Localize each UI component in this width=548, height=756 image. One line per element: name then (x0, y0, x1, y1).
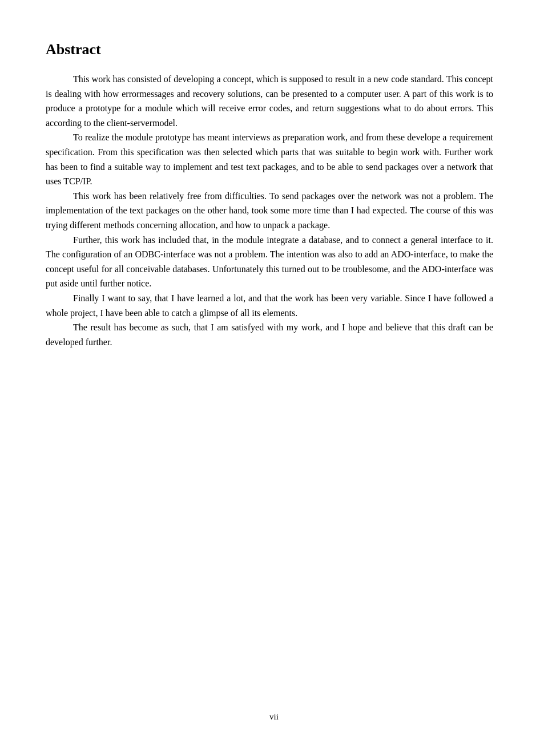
paragraph-6: The result has become as such, that I am… (46, 320, 493, 349)
abstract-body: This work has consisted of developing a … (46, 72, 493, 349)
paragraph-3: This work has been relatively free from … (46, 189, 493, 233)
paragraph-1: This work has consisted of developing a … (46, 72, 493, 130)
paragraph-4: Further, this work has included that, in… (46, 233, 493, 291)
paragraph-5: Finally I want to say, that I have learn… (46, 291, 493, 320)
page-footer: vii (0, 712, 548, 722)
page: Abstract This work has consisted of deve… (0, 0, 548, 756)
abstract-heading: Abstract (46, 41, 493, 58)
paragraph-2: To realize the module prototype has mean… (46, 130, 493, 188)
page-number: vii (269, 712, 279, 721)
